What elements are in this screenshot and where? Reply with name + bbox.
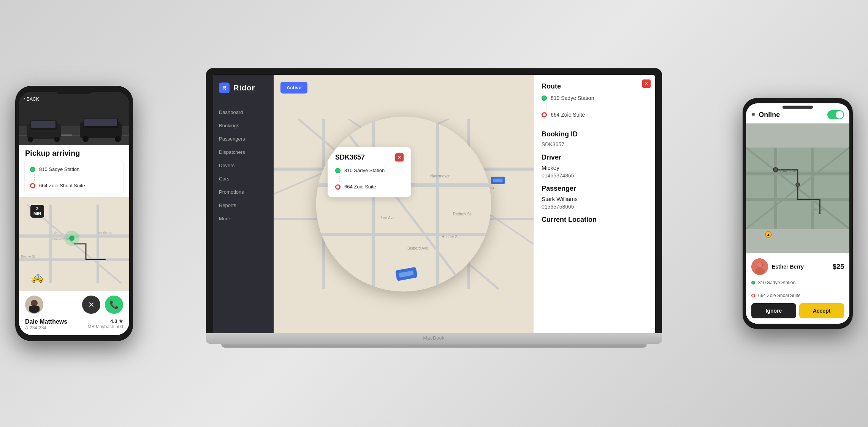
sidebar-item-drivers[interactable]: Drivers [213,159,274,172]
driver-car: MB Maybach 500 [88,324,123,329]
left-phone-screen: ‹ BACK Pickup arriving 810 Sadye Station [19,92,129,335]
hamburger-icon[interactable]: ≡ [751,111,755,118]
right-phone-screen: ≡ Online [746,103,849,324]
detail-passenger-name: Stark Williams [542,196,648,202]
left-pickup-dot [30,167,35,172]
detail-pickup-text: 810 Sadye Station [551,95,594,101]
detail-close-button[interactable]: × [642,79,651,88]
right-map-svg: Clinton Ave Clinton [746,123,849,253]
svg-point-65 [796,183,800,187]
driver-name: Dale Matthews [25,318,67,325]
laptop-foot [221,344,647,348]
current-location-title: Current Location [542,216,648,224]
svg-point-41 [82,136,89,142]
sidebar-item-dispatchers[interactable]: Dispatchers [213,145,274,159]
popup-close-button[interactable]: × [395,153,404,161]
call-icon: 📞 [109,300,119,309]
driver-avatar [25,296,43,314]
left-phone-back-button[interactable]: ‹ BACK [24,96,39,102]
avatar-svg [25,296,43,314]
left-pickup-text: 810 Sadye Station [39,166,79,172]
accept-button[interactable]: Accept [799,303,844,318]
left-dropoff-dot [30,183,35,188]
left-phone-device: ‹ BACK Pickup arriving 810 Sadye Station [15,86,133,341]
sidebar-nav: Dashboard Bookings Passengers Dispatcher… [213,101,274,333]
svg-text:Bedford Ave: Bedford Ave [407,246,428,250]
sidebar-item-bookings[interactable]: Bookings [213,119,274,132]
laptop-map-area: 5 9th St Rodney Park South Active [274,75,534,333]
laptop-detail-panel: × Route 810 Sadye Station [534,75,655,333]
popup-dropoff-row: 664 Zoie Suite [335,182,404,191]
left-route-dashes [34,174,35,180]
detail-route-dashes [546,103,546,109]
svg-text:Bourke St: Bourke St [21,255,35,258]
svg-point-64 [773,168,778,172]
circle-map-svg: Clymes St Lee Ave Havemeyer Rodney St Be… [316,117,491,291]
booking-id-section-title: Booking ID [542,130,648,138]
right-dropoff-row: 664 Zoie Shoal Suite [751,292,844,299]
sidebar-item-more[interactable]: More [213,212,274,225]
left-phone-action-row: ✕ 📞 [25,296,123,314]
right-phone-actions: Ignore Accept [751,303,844,318]
svg-rect-40 [84,119,117,126]
svg-point-36 [28,137,33,142]
sidebar-item-dashboard[interactable]: Dashboard [213,106,274,119]
left-pickup-row: 810 Sadye Station [30,165,118,174]
popup-pickup-text: 810 Sadye Station [344,168,385,173]
svg-text:Bourke St: Bourke St [98,231,112,235]
passenger-avatar-svg [751,258,768,275]
svg-rect-35 [31,121,55,128]
right-phone-map: Clinton Ave Clinton ▲ [746,123,849,253]
map-active-button[interactable]: Active [280,82,307,93]
taxi-icon: 🚕 [30,270,44,283]
svg-point-70 [755,268,765,275]
left-phone-header: ‹ BACK [19,92,129,145]
driver-id: A-234-234 [25,325,67,331]
ignore-button[interactable]: Ignore [751,303,796,318]
pickup-dot [335,168,341,173]
left-phone-notch [55,86,93,94]
sidebar-item-promotions[interactable]: Promotions [213,185,274,199]
right-dropoff-dot [751,294,755,297]
passenger-card-top: Esther Berry $25 [751,258,844,275]
sidebar-item-passengers[interactable]: Passengers [213,132,274,145]
right-phone-route: 810 Sadye Station 664 Zoie Shoal Suite [751,279,844,299]
detail-booking-id: SDK3657 [542,141,648,147]
svg-point-42 [115,136,121,142]
sidebar-item-reports[interactable]: Reports [213,199,274,212]
right-phone-notch [782,106,813,109]
svg-point-37 [54,137,60,142]
right-dropoff-text: 664 Zoie Shoal Suite [758,293,800,298]
popup-dropoff-text: 664 Zoie Suite [344,184,376,190]
toggle-knob [836,111,843,119]
sidebar-item-cars[interactable]: Cars [213,172,274,185]
detail-dropoff-dot [542,112,547,117]
svg-text:Hooper St: Hooper St [442,235,459,239]
svg-rect-15 [316,117,491,291]
call-button[interactable]: 📞 [105,296,123,314]
left-phone-title: Pickup arriving [25,149,123,158]
cancel-button[interactable]: ✕ [82,296,100,314]
min-badge: 2MIN [30,205,44,218]
laptop-base [206,333,662,344]
left-phone-bottom: ✕ 📞 Dale Matthews A-234-234 [19,291,129,335]
right-phone-device: ≡ Online [743,98,853,329]
passenger-section-title: Passenger [542,185,648,193]
left-phone-route-box: 810 Sadye Station 664 Zoie Shoal Suite [24,160,124,195]
cancel-icon: ✕ [88,300,95,309]
driver-location-dot: ▲ [765,231,772,238]
route-section-title: Route [542,82,648,90]
right-route-dashes [755,287,756,291]
right-phone-status: Online [759,111,824,119]
driver-rating: 4.3 ★ [88,318,123,324]
svg-text:Clinton Ave: Clinton Ave [779,169,796,172]
booking-id-text: SDK3657 [335,153,365,161]
right-pickup-text: 810 Sadye Station [758,280,795,285]
map-circle-popup: Clymes St Lee Ave Havemeyer Rodney St Be… [316,117,491,291]
booking-popup: SDK3657 × 810 Sadye Station [328,147,411,197]
sidebar-logo-text: Ridor [233,84,255,92]
left-phone-map: Cle... 064 Weissna... Bourke St Bourke S… [19,197,129,291]
svg-rect-56 [29,306,40,312]
route-dashes [339,176,340,182]
online-toggle[interactable] [827,110,844,119]
